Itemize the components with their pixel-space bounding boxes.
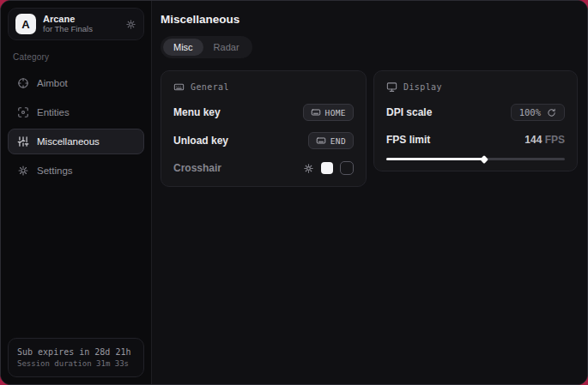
crosshair-checkbox[interactable] [340, 161, 354, 175]
crosshair-color-swatch[interactable] [321, 162, 333, 174]
brand-card: A Arcane for The Finals [8, 8, 144, 40]
dpi-scale-select[interactable]: 100% [511, 104, 565, 121]
sidebar: A Arcane for The Finals Category Aimbot [1, 1, 152, 384]
app-window: A Arcane for The Finals Category Aimbot [0, 0, 588, 385]
fps-limit-label: FPS limit [386, 134, 430, 146]
app-subtitle: for The Finals [43, 25, 118, 34]
sidebar-item-label: Entities [37, 107, 70, 117]
menu-key-label: Menu key [173, 106, 221, 118]
sidebar-item-miscellaneous[interactable]: Miscellaneous [8, 129, 144, 154]
gear-icon [17, 165, 29, 177]
sidebar-item-entities[interactable]: Entities [8, 99, 144, 125]
general-card: General Menu key HOME Unload key [161, 70, 367, 187]
subscription-status: Sub expires in 28d 21h Session duration … [8, 338, 144, 378]
general-card-title: General [191, 82, 229, 92]
unload-key-value: END [330, 136, 346, 146]
crosshair-row: Crosshair [173, 160, 354, 176]
sidebar-item-label: Miscellaneous [37, 136, 100, 147]
display-card-title: Display [403, 82, 442, 92]
avatar: A [15, 14, 36, 34]
sliders-icon [17, 135, 29, 147]
main-content: Miscellaneous Misc Radar General [152, 1, 588, 384]
keyboard-icon [173, 81, 185, 93]
fps-unit: FPS [545, 134, 565, 146]
unload-key-label: Unload key [173, 135, 228, 147]
keyboard-icon [311, 107, 321, 117]
monitor-icon [386, 81, 397, 93]
crosshair-settings-gear-icon[interactable] [303, 163, 314, 174]
category-label: Category [13, 52, 139, 62]
settings-gear-icon[interactable] [125, 19, 136, 30]
sidebar-item-label: Settings [37, 165, 73, 176]
dpi-scale-value: 100% [519, 107, 541, 117]
fps-slider-thumb[interactable] [480, 155, 488, 164]
tab-misc[interactable]: Misc [163, 39, 203, 56]
sidebar-item-aimbot[interactable]: Aimbot [8, 70, 144, 96]
page-title: Miscellaneous [161, 13, 578, 26]
dpi-scale-row: DPI scale 100% [386, 104, 565, 121]
fps-slider-fill [386, 158, 484, 160]
session-duration-text: Session duration 31m 33s [17, 358, 135, 370]
keyboard-icon [316, 135, 326, 146]
crosshair-label: Crosshair [173, 162, 221, 174]
app-title: Arcane [43, 14, 118, 25]
sidebar-item-settings[interactable]: Settings [8, 158, 144, 183]
scan-eye-icon [17, 106, 29, 118]
tab-bar: Misc Radar [161, 36, 252, 58]
menu-key-row: Menu key HOME [173, 104, 354, 121]
menu-key-bind-button[interactable]: HOME [303, 104, 354, 121]
display-card: Display DPI scale 100% FPS limit [373, 70, 578, 171]
menu-key-value: HOME [325, 108, 346, 117]
crosshair-icon [17, 77, 29, 89]
unload-key-row: Unload key END [173, 132, 354, 149]
fps-limit-row: FPS limit 144 FPS [386, 132, 565, 147]
rotate-refresh-icon [547, 108, 556, 117]
tab-radar[interactable]: Radar [203, 39, 250, 56]
sub-expiry-text: Sub expires in 28d 21h [17, 346, 135, 358]
sidebar-item-label: Aimbot [37, 78, 68, 88]
fps-slider[interactable] [386, 158, 565, 160]
fps-value: 144 [524, 134, 542, 146]
dpi-scale-label: DPI scale [386, 106, 432, 118]
unload-key-bind-button[interactable]: END [308, 132, 354, 149]
